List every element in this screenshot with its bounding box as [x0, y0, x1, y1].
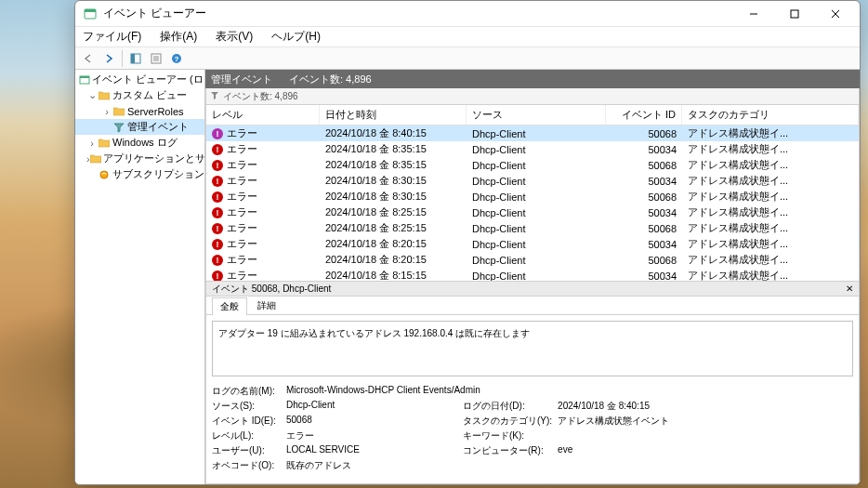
tab-details[interactable]: 詳細 [249, 297, 284, 314]
table-row[interactable]: !エラー2024/10/18 金 8:15:15Dhcp-Client50034… [206, 268, 859, 282]
main-header-title: 管理イベント [211, 73, 272, 86]
eventviewer-icon [79, 73, 90, 86]
tree-subscriptions[interactable]: サブスクリプション [75, 166, 204, 182]
toolbar-separator [122, 50, 123, 67]
back-button[interactable] [79, 49, 98, 68]
subscriptions-icon [98, 168, 111, 181]
svg-rect-3 [791, 10, 798, 18]
main-header-count: イベント数: 4,896 [289, 73, 372, 86]
table-row[interactable]: !エラー2024/10/18 金 8:20:15Dhcp-Client50034… [206, 236, 859, 252]
cell-category: アドレス構成状態イ... [682, 142, 859, 156]
table-row[interactable]: !エラー2024/10/18 金 8:25:15Dhcp-Client50068… [206, 220, 859, 236]
lbl-logname: ログの名前(M): [212, 384, 286, 399]
tree-root-label: イベント ビューアー (ローカル) [92, 73, 205, 86]
col-datetime[interactable]: 日付と時刻 [320, 105, 467, 125]
val-logged: 2024/10/18 金 8:40:15 [558, 399, 734, 414]
cell-category: アドレス構成状態イ... [682, 126, 859, 140]
table-row[interactable]: !エラー2024/10/18 金 8:25:15Dhcp-Client50034… [206, 204, 859, 220]
cell-eventid: 50068 [606, 223, 682, 234]
cell-category: アドレス構成状態イ... [682, 205, 859, 219]
properties-button[interactable] [147, 49, 165, 68]
col-category[interactable]: タスクのカテゴリ [682, 105, 859, 125]
error-icon: ! [212, 191, 223, 203]
table-row[interactable]: !エラー2024/10/18 金 8:35:15Dhcp-Client50068… [206, 157, 859, 173]
cell-eventid: 50034 [606, 144, 682, 155]
close-button[interactable] [815, 1, 856, 27]
navigation-tree[interactable]: イベント ビューアー (ローカル) ⌄ カスタム ビュー › ServerRol… [75, 70, 205, 484]
table-row[interactable]: !エラー2024/10/18 金 8:30:15Dhcp-Client50068… [206, 189, 859, 204]
tab-general[interactable]: 全般 [212, 297, 247, 315]
cell-datetime: 2024/10/18 金 8:30:15 [320, 174, 467, 188]
funnel-icon [210, 91, 219, 102]
lbl-level: レベル(L): [212, 429, 286, 443]
grid-header: レベル 日付と時刻 ソース イベント ID タスクのカテゴリ [206, 105, 859, 125]
cell-source: Dhcp-Client [467, 160, 606, 171]
window-title: イベント ビューアー [103, 6, 733, 21]
col-eventid[interactable]: イベント ID [606, 105, 682, 125]
col-source[interactable]: ソース [467, 105, 606, 125]
cell-source: Dhcp-Client [467, 223, 606, 234]
folder-icon [98, 137, 111, 150]
collapse-icon[interactable]: ⌄ [86, 89, 98, 101]
svg-rect-15 [80, 76, 89, 78]
tree-app-service-logs[interactable]: › アプリケーションとサービス ログ [75, 151, 204, 166]
col-level[interactable]: レベル [206, 105, 320, 125]
filter-bar: イベント数: 4,896 [205, 88, 860, 105]
cell-datetime: 2024/10/18 金 8:30:15 [320, 190, 467, 204]
tree-subs-label: サブスクリプション [112, 167, 204, 181]
folder-icon [98, 89, 111, 102]
table-row[interactable]: !エラー2024/10/18 金 8:35:15Dhcp-Client50034… [206, 141, 859, 157]
val-level: エラー [286, 429, 463, 443]
menubar: ファイル(F) 操作(A) 表示(V) ヘルプ(H) [75, 27, 860, 47]
detail-body: アダプター 19 に組み込まれているアドレス 192.168.0.4 は既に存在… [206, 315, 859, 483]
tree-admin-events[interactable]: 管理イベント [75, 119, 204, 135]
tree-server-roles[interactable]: › ServerRoles [75, 103, 204, 119]
cell-source: Dhcp-Client [467, 144, 606, 155]
show-hide-button[interactable] [126, 49, 145, 68]
detail-close-icon[interactable]: ✕ [846, 284, 853, 294]
tree-custom-views[interactable]: ⌄ カスタム ビュー [75, 87, 204, 103]
maximize-button[interactable] [774, 1, 815, 27]
detail-header: イベント 50068, Dhcp-Client ✕ [206, 282, 859, 297]
expand-icon[interactable]: › [101, 106, 112, 117]
lbl-user: ユーザー(U): [212, 443, 286, 458]
cell-datetime: 2024/10/18 金 8:25:15 [320, 221, 467, 235]
tree-adminevents-label: 管理イベント [127, 120, 189, 134]
error-icon: ! [212, 144, 223, 155]
cell-level: エラー [227, 253, 257, 267]
forward-button[interactable] [99, 49, 118, 68]
lbl-opcode: オペコード(O): [212, 458, 286, 473]
app-icon [83, 7, 98, 21]
cell-datetime: 2024/10/18 金 8:15:15 [320, 269, 467, 282]
table-row[interactable]: !エラー2024/10/18 金 8:30:15Dhcp-Client50034… [206, 173, 859, 189]
tree-windows-logs[interactable]: › Windows ログ [75, 135, 204, 151]
minimize-button[interactable] [733, 1, 774, 27]
menu-file[interactable]: ファイル(F) [79, 27, 145, 46]
cell-level: エラー [227, 174, 257, 188]
tree-windowslogs-label: Windows ログ [112, 136, 178, 150]
menu-view[interactable]: 表示(V) [212, 27, 256, 46]
menu-help[interactable]: ヘルプ(H) [268, 27, 324, 46]
cell-source: Dhcp-Client [467, 255, 606, 266]
cell-source: Dhcp-Client [467, 207, 606, 218]
detail-tabs: 全般 詳細 [206, 297, 859, 315]
tree-root[interactable]: イベント ビューアー (ローカル) [75, 72, 204, 87]
svg-rect-7 [131, 54, 135, 63]
event-grid[interactable]: レベル 日付と時刻 ソース イベント ID タスクのカテゴリ !エラー2024/… [205, 105, 860, 282]
menu-action[interactable]: 操作(A) [156, 27, 201, 46]
val-eventid: 50068 [286, 414, 463, 429]
help-button[interactable]: ? [167, 49, 186, 68]
table-row[interactable]: !エラー2024/10/18 金 8:40:15Dhcp-Client50068… [206, 125, 859, 141]
expand-icon[interactable]: › [86, 138, 98, 149]
error-icon: ! [212, 223, 223, 234]
table-row[interactable]: !エラー2024/10/18 金 8:20:15Dhcp-Client50068… [206, 252, 859, 268]
cell-source: Dhcp-Client [467, 128, 606, 139]
lbl-category: タスクのカテゴリ(Y): [463, 414, 558, 429]
svg-point-16 [100, 171, 108, 178]
tree-custom-label: カスタム ビュー [112, 88, 187, 102]
lbl-computer: コンピューター(R): [463, 443, 558, 458]
val-logname: Microsoft-Windows-DHCP Client Events/Adm… [286, 384, 734, 399]
val-user: LOCAL SERVICE [286, 443, 463, 458]
cell-datetime: 2024/10/18 金 8:25:15 [320, 205, 467, 219]
cell-eventid: 50068 [606, 128, 682, 139]
